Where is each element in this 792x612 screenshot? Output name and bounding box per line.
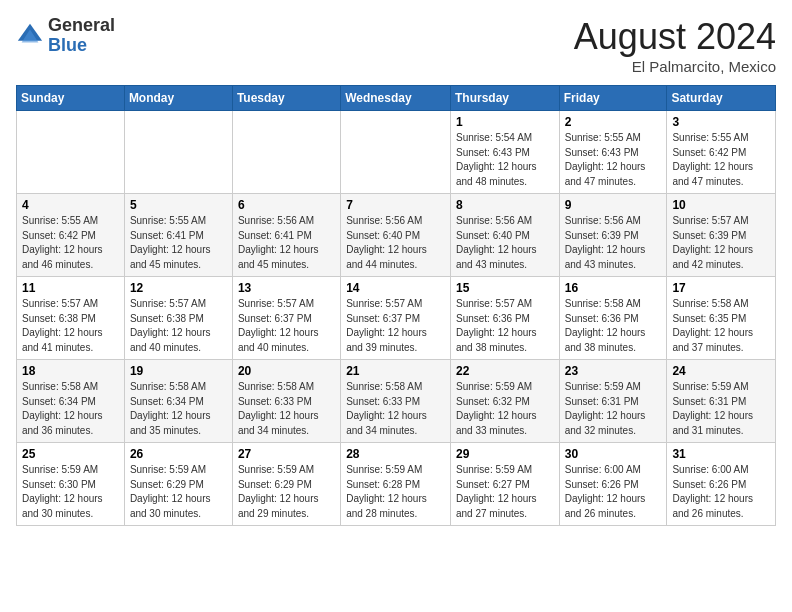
- day-info: Sunrise: 5:59 AM Sunset: 6:30 PM Dayligh…: [22, 464, 103, 519]
- day-info: Sunrise: 5:59 AM Sunset: 6:29 PM Dayligh…: [238, 464, 319, 519]
- day-info: Sunrise: 5:58 AM Sunset: 6:33 PM Dayligh…: [346, 381, 427, 436]
- calendar-cell: 11Sunrise: 5:57 AM Sunset: 6:38 PM Dayli…: [17, 277, 125, 360]
- month-year: August 2024: [574, 16, 776, 58]
- day-number: 14: [346, 281, 445, 295]
- day-info: Sunrise: 5:58 AM Sunset: 6:33 PM Dayligh…: [238, 381, 319, 436]
- calendar-cell: 22Sunrise: 5:59 AM Sunset: 6:32 PM Dayli…: [450, 360, 559, 443]
- day-info: Sunrise: 5:55 AM Sunset: 6:42 PM Dayligh…: [672, 132, 753, 187]
- day-info: Sunrise: 5:59 AM Sunset: 6:31 PM Dayligh…: [672, 381, 753, 436]
- day-info: Sunrise: 5:57 AM Sunset: 6:38 PM Dayligh…: [130, 298, 211, 353]
- day-info: Sunrise: 5:59 AM Sunset: 6:31 PM Dayligh…: [565, 381, 646, 436]
- day-number: 29: [456, 447, 554, 461]
- day-number: 10: [672, 198, 770, 212]
- day-info: Sunrise: 5:59 AM Sunset: 6:29 PM Dayligh…: [130, 464, 211, 519]
- calendar-cell: 8Sunrise: 5:56 AM Sunset: 6:40 PM Daylig…: [450, 194, 559, 277]
- day-info: Sunrise: 5:55 AM Sunset: 6:42 PM Dayligh…: [22, 215, 103, 270]
- calendar-cell: 9Sunrise: 5:56 AM Sunset: 6:39 PM Daylig…: [559, 194, 667, 277]
- day-info: Sunrise: 6:00 AM Sunset: 6:26 PM Dayligh…: [565, 464, 646, 519]
- calendar-cell: [124, 111, 232, 194]
- day-info: Sunrise: 5:59 AM Sunset: 6:28 PM Dayligh…: [346, 464, 427, 519]
- day-number: 31: [672, 447, 770, 461]
- day-number: 22: [456, 364, 554, 378]
- day-info: Sunrise: 5:56 AM Sunset: 6:41 PM Dayligh…: [238, 215, 319, 270]
- column-header-wednesday: Wednesday: [341, 86, 451, 111]
- day-number: 28: [346, 447, 445, 461]
- calendar-week-row: 18Sunrise: 5:58 AM Sunset: 6:34 PM Dayli…: [17, 360, 776, 443]
- day-info: Sunrise: 5:55 AM Sunset: 6:41 PM Dayligh…: [130, 215, 211, 270]
- day-info: Sunrise: 5:58 AM Sunset: 6:34 PM Dayligh…: [22, 381, 103, 436]
- logo-general: General: [48, 16, 115, 36]
- day-number: 9: [565, 198, 662, 212]
- day-number: 17: [672, 281, 770, 295]
- day-number: 2: [565, 115, 662, 129]
- calendar-cell: 30Sunrise: 6:00 AM Sunset: 6:26 PM Dayli…: [559, 443, 667, 526]
- logo-icon: [16, 22, 44, 50]
- logo-text: General Blue: [48, 16, 115, 56]
- logo-blue: Blue: [48, 36, 115, 56]
- calendar-cell: 6Sunrise: 5:56 AM Sunset: 6:41 PM Daylig…: [232, 194, 340, 277]
- calendar-cell: 15Sunrise: 5:57 AM Sunset: 6:36 PM Dayli…: [450, 277, 559, 360]
- calendar-cell: 3Sunrise: 5:55 AM Sunset: 6:42 PM Daylig…: [667, 111, 776, 194]
- day-number: 19: [130, 364, 227, 378]
- calendar-week-row: 1Sunrise: 5:54 AM Sunset: 6:43 PM Daylig…: [17, 111, 776, 194]
- day-number: 25: [22, 447, 119, 461]
- day-info: Sunrise: 5:56 AM Sunset: 6:40 PM Dayligh…: [456, 215, 537, 270]
- day-info: Sunrise: 5:55 AM Sunset: 6:43 PM Dayligh…: [565, 132, 646, 187]
- day-info: Sunrise: 5:57 AM Sunset: 6:36 PM Dayligh…: [456, 298, 537, 353]
- calendar-cell: 1Sunrise: 5:54 AM Sunset: 6:43 PM Daylig…: [450, 111, 559, 194]
- day-info: Sunrise: 5:58 AM Sunset: 6:36 PM Dayligh…: [565, 298, 646, 353]
- calendar-cell: 26Sunrise: 5:59 AM Sunset: 6:29 PM Dayli…: [124, 443, 232, 526]
- day-number: 20: [238, 364, 335, 378]
- page-header: General Blue August 2024 El Palmarcito, …: [16, 16, 776, 75]
- day-number: 26: [130, 447, 227, 461]
- calendar-cell: 12Sunrise: 5:57 AM Sunset: 6:38 PM Dayli…: [124, 277, 232, 360]
- day-number: 8: [456, 198, 554, 212]
- day-info: Sunrise: 5:57 AM Sunset: 6:37 PM Dayligh…: [238, 298, 319, 353]
- calendar-week-row: 25Sunrise: 5:59 AM Sunset: 6:30 PM Dayli…: [17, 443, 776, 526]
- calendar-cell: 10Sunrise: 5:57 AM Sunset: 6:39 PM Dayli…: [667, 194, 776, 277]
- day-info: Sunrise: 5:59 AM Sunset: 6:27 PM Dayligh…: [456, 464, 537, 519]
- day-number: 18: [22, 364, 119, 378]
- day-number: 13: [238, 281, 335, 295]
- day-number: 5: [130, 198, 227, 212]
- column-header-friday: Friday: [559, 86, 667, 111]
- calendar-cell: 2Sunrise: 5:55 AM Sunset: 6:43 PM Daylig…: [559, 111, 667, 194]
- day-info: Sunrise: 5:59 AM Sunset: 6:32 PM Dayligh…: [456, 381, 537, 436]
- day-number: 30: [565, 447, 662, 461]
- day-number: 24: [672, 364, 770, 378]
- calendar-cell: 23Sunrise: 5:59 AM Sunset: 6:31 PM Dayli…: [559, 360, 667, 443]
- calendar-cell: 27Sunrise: 5:59 AM Sunset: 6:29 PM Dayli…: [232, 443, 340, 526]
- day-number: 1: [456, 115, 554, 129]
- calendar-table: SundayMondayTuesdayWednesdayThursdayFrid…: [16, 85, 776, 526]
- day-info: Sunrise: 6:00 AM Sunset: 6:26 PM Dayligh…: [672, 464, 753, 519]
- column-header-monday: Monday: [124, 86, 232, 111]
- location: El Palmarcito, Mexico: [574, 58, 776, 75]
- calendar-cell: 13Sunrise: 5:57 AM Sunset: 6:37 PM Dayli…: [232, 277, 340, 360]
- day-number: 7: [346, 198, 445, 212]
- day-number: 23: [565, 364, 662, 378]
- calendar-cell: 16Sunrise: 5:58 AM Sunset: 6:36 PM Dayli…: [559, 277, 667, 360]
- calendar-cell: 4Sunrise: 5:55 AM Sunset: 6:42 PM Daylig…: [17, 194, 125, 277]
- column-header-saturday: Saturday: [667, 86, 776, 111]
- day-number: 16: [565, 281, 662, 295]
- calendar-cell: 20Sunrise: 5:58 AM Sunset: 6:33 PM Dayli…: [232, 360, 340, 443]
- day-number: 3: [672, 115, 770, 129]
- calendar-cell: 25Sunrise: 5:59 AM Sunset: 6:30 PM Dayli…: [17, 443, 125, 526]
- calendar-cell: 29Sunrise: 5:59 AM Sunset: 6:27 PM Dayli…: [450, 443, 559, 526]
- day-number: 12: [130, 281, 227, 295]
- calendar-cell: 14Sunrise: 5:57 AM Sunset: 6:37 PM Dayli…: [341, 277, 451, 360]
- calendar-cell: 19Sunrise: 5:58 AM Sunset: 6:34 PM Dayli…: [124, 360, 232, 443]
- day-number: 6: [238, 198, 335, 212]
- calendar-cell: 18Sunrise: 5:58 AM Sunset: 6:34 PM Dayli…: [17, 360, 125, 443]
- calendar-cell: [341, 111, 451, 194]
- column-header-tuesday: Tuesday: [232, 86, 340, 111]
- day-number: 4: [22, 198, 119, 212]
- day-number: 15: [456, 281, 554, 295]
- day-info: Sunrise: 5:54 AM Sunset: 6:43 PM Dayligh…: [456, 132, 537, 187]
- calendar-cell: 28Sunrise: 5:59 AM Sunset: 6:28 PM Dayli…: [341, 443, 451, 526]
- calendar-cell: [232, 111, 340, 194]
- calendar-cell: 24Sunrise: 5:59 AM Sunset: 6:31 PM Dayli…: [667, 360, 776, 443]
- calendar-week-row: 11Sunrise: 5:57 AM Sunset: 6:38 PM Dayli…: [17, 277, 776, 360]
- column-header-sunday: Sunday: [17, 86, 125, 111]
- calendar-cell: 21Sunrise: 5:58 AM Sunset: 6:33 PM Dayli…: [341, 360, 451, 443]
